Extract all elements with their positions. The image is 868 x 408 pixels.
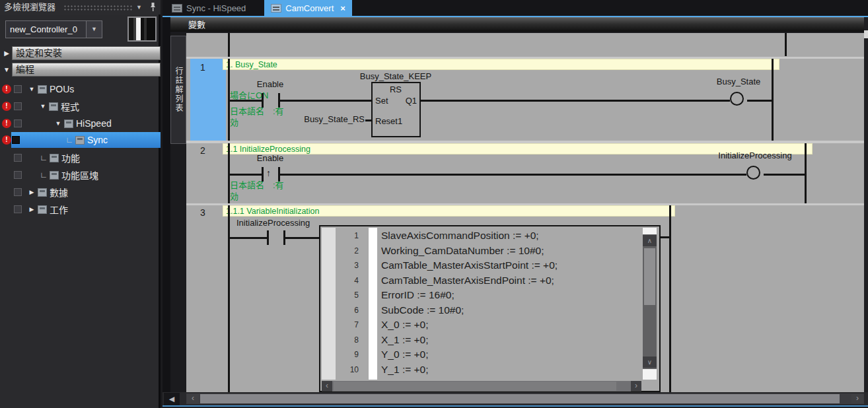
st-line-code[interactable]: SlaveAxisCommandPosition := +0; <box>365 230 539 242</box>
build-status-square <box>14 171 22 179</box>
rs-reset-operand[interactable]: Busy_State_RS <box>285 114 365 124</box>
st-line-code[interactable]: Y_0 := +0; <box>365 349 429 360</box>
st-line-code[interactable]: ErrorID := 16#0; <box>365 289 454 301</box>
tree-item-functions[interactable]: ∟ 功能 <box>0 149 161 166</box>
inline-st-editor[interactable]: 1SlaveAxisCommandPosition := +0; 2Workin… <box>319 225 661 392</box>
contact-operand[interactable]: InitializeProcessing <box>236 218 310 228</box>
scroll-right-icon[interactable]: › <box>851 394 863 403</box>
ladder-canvas[interactable]: 異常終了状態の 場合にON 1 1. Busy_State Enable 日本語… <box>186 33 865 392</box>
tree-item-data[interactable]: ▶ 數據 <box>0 184 161 201</box>
st-code-lines[interactable]: 1SlaveAxisCommandPosition := +0; 2Workin… <box>336 228 640 377</box>
expanded-arrow-icon[interactable]: ▼ <box>27 86 36 92</box>
st-line-code[interactable]: X_1 := +0; <box>365 334 429 346</box>
rs-q1-pin: Q1 <box>406 96 417 106</box>
variables-bar[interactable]: 變數 <box>170 17 868 32</box>
wire <box>228 237 268 239</box>
right-power-rail <box>772 59 774 141</box>
tree-item-tasks[interactable]: ▶ 工作 <box>0 201 161 218</box>
tree-item-function-blocks[interactable]: ∟ 功能區塊 <box>0 166 161 184</box>
explorer-titlebar[interactable]: 多檢視瀏覽器 ▼ <box>0 0 161 15</box>
scroll-left-icon[interactable]: ‹ <box>187 394 199 403</box>
editor-horizontal-scrollbar[interactable]: ‹ › <box>186 393 864 404</box>
build-status-square <box>14 205 22 213</box>
wire <box>285 237 319 239</box>
st-scrollbar-splitter[interactable] <box>643 228 657 234</box>
st-vscroll-thumb[interactable] <box>644 248 655 305</box>
controller-selector[interactable]: new_Controller_0 ▼ <box>5 20 102 38</box>
tab-label: Sync - HiSpeed <box>186 3 246 13</box>
line-comment-list-tab[interactable]: 行註解列表 <box>170 36 186 144</box>
contact-operand[interactable]: Enable <box>237 79 303 89</box>
tab-camconvert[interactable]: CamConvert × <box>264 0 352 16</box>
st-line[interactable]: 8X_1 := +0; <box>336 333 640 348</box>
branch-icon: ∟ <box>39 170 48 180</box>
st-scroll-up-icon[interactable]: ∧ <box>643 235 657 246</box>
coil-initialize-processing[interactable] <box>746 166 760 180</box>
section-configuration[interactable]: ▶ 設定和安裝 <box>1 46 161 60</box>
tree-item-pous[interactable]: ! ▼ POUs <box>0 81 161 98</box>
controller-device-image <box>127 17 157 42</box>
controller-selector-arrow-icon[interactable]: ▼ <box>86 21 102 38</box>
collapse-panel-icon[interactable]: ◀ <box>164 393 180 405</box>
wire <box>228 174 262 176</box>
editor-vertical-scrollbar[interactable] <box>864 17 868 392</box>
rung2-number[interactable]: 2 <box>186 145 219 156</box>
tree-item-sync[interactable]: ! ∟ Sync <box>0 132 161 148</box>
right-power-rail <box>669 205 671 392</box>
st-line[interactable]: 6SubCode := 10#0; <box>336 303 640 318</box>
st-scroll-down-icon[interactable]: ∨ <box>643 357 657 368</box>
st-line[interactable]: 2Working_CamDataNumber := 10#0; <box>336 244 640 259</box>
st-line-code[interactable]: Working_CamDataNumber := 10#0; <box>365 245 544 257</box>
st-line[interactable]: 5ErrorID := 16#0; <box>336 288 640 303</box>
st-line[interactable]: 7X_0 := +0; <box>336 318 640 333</box>
st-line[interactable]: 9Y_0 := +0; <box>336 347 640 362</box>
vscroll-thumb[interactable] <box>864 30 868 38</box>
st-hscroll-thumb[interactable] <box>334 382 616 391</box>
st-line[interactable]: 4CamTable_MasterAxisEndPoint := +0; <box>336 273 640 289</box>
tree-item-hispeed[interactable]: ! ▼ HiSpeed <box>0 115 161 132</box>
expanded-arrow-icon[interactable]: ▼ <box>1 66 12 73</box>
pin-icon[interactable] <box>149 2 157 17</box>
collapsed-arrow-icon[interactable]: ▶ <box>1 50 12 57</box>
data-table-icon <box>38 188 47 197</box>
expanded-arrow-icon[interactable]: ▼ <box>54 120 63 127</box>
collapsed-arrow-icon[interactable]: ▶ <box>27 206 36 213</box>
rs-function-block[interactable]: RS Set Q1 Reset1 <box>371 82 421 137</box>
build-status-square <box>14 102 22 110</box>
tab-sync-hispeed[interactable]: Sync - HiSpeed <box>165 0 252 16</box>
rs-block-instance-name[interactable]: Busy_State_KEEP <box>343 71 449 81</box>
st-line[interactable]: 3CamTable_MasterAxisStartPoint := +0; <box>336 258 640 273</box>
close-tab-icon[interactable]: × <box>340 3 345 13</box>
st-line-code[interactable]: SubCode := 10#0; <box>365 304 464 316</box>
st-line[interactable]: 1SlaveAxisCommandPosition := +0; <box>336 228 640 244</box>
st-line-code[interactable]: CamTable_MasterAxisEndPoint := +0; <box>365 275 554 287</box>
st-line[interactable]: 10Y_1 := +0; <box>336 362 640 378</box>
contact-initialize-processing[interactable] <box>267 230 269 245</box>
st-line-code[interactable]: CamTable_MasterAxisStartPoint := +0; <box>365 259 558 271</box>
st-scroll-right-icon[interactable]: › <box>631 381 641 391</box>
st-line-code[interactable]: X_0 := +0; <box>365 319 429 331</box>
pous-folder-icon <box>38 85 47 94</box>
st-line-code[interactable]: Y_1 := +0; <box>365 364 429 376</box>
coil-busy-state[interactable] <box>730 92 744 106</box>
rung1-number[interactable]: 1 <box>186 62 219 73</box>
rung3-title: 1.1.1 VariableInitialization <box>226 207 320 216</box>
st-vertical-scrollbar[interactable]: ∧ ∨ <box>643 228 657 380</box>
hscroll-thumb[interactable] <box>200 394 840 403</box>
panel-menu-chevron-icon[interactable]: ▼ <box>136 0 142 15</box>
coil-operand[interactable]: Busy_State <box>699 77 778 86</box>
tree-item-programs[interactable]: ! ▼ 程式 <box>0 98 161 115</box>
st-scroll-left-icon[interactable]: ‹ <box>322 381 332 391</box>
rung1-section-header[interactable]: 1. Busy_State <box>223 59 779 70</box>
st-horizontal-scrollbar[interactable]: ‹ › <box>322 381 641 391</box>
rung3-section-header[interactable]: 1.1.1 VariableInitialization <box>223 205 675 217</box>
coil-operand[interactable]: InitializeProcessing <box>696 151 814 160</box>
rung3-number[interactable]: 3 <box>186 207 219 218</box>
contact-operand[interactable]: Enable <box>237 153 303 163</box>
drag-handle-dots[interactable] <box>63 5 132 11</box>
tab-label: CamConvert <box>285 3 334 13</box>
section-programming-label: 編程 <box>12 63 161 77</box>
expanded-arrow-icon[interactable]: ▼ <box>38 103 48 110</box>
collapsed-arrow-icon[interactable]: ▶ <box>27 189 36 195</box>
section-programming[interactable]: ▼ 編程 <box>1 63 161 77</box>
